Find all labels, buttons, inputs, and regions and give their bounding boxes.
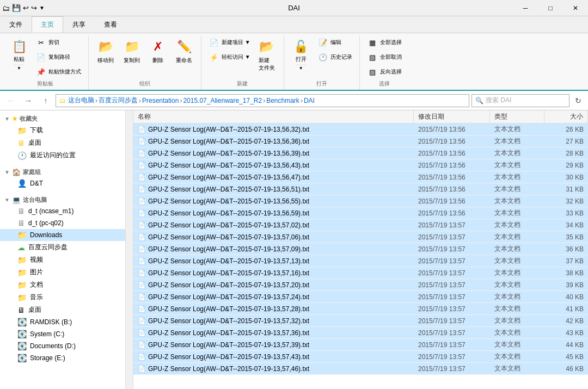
edit-button[interactable]: 📝 编辑 bbox=[315, 35, 355, 50]
rename-button[interactable]: ✏️ 重命名 bbox=[171, 35, 197, 67]
table-row[interactable]: 📄 GPU-Z Sensor Log(AW--D&T--2015-07-19-1… bbox=[133, 279, 588, 291]
search-placeholder: 搜索 DAI bbox=[486, 96, 511, 105]
paste-shortcut-button[interactable]: 📌 粘贴快捷方式 bbox=[33, 65, 84, 79]
col-header-date[interactable]: 修改日期 bbox=[414, 110, 490, 123]
search-box[interactable]: 🔍 搜索 DAI bbox=[471, 94, 569, 107]
save-icon[interactable]: 💾 bbox=[12, 4, 21, 12]
crumb-benchmark[interactable]: Benchmark bbox=[266, 97, 299, 104]
sidebar-item-downloads-computer[interactable]: 📁 Downloads bbox=[0, 229, 133, 241]
table-row[interactable]: 📄 GPU-Z Sensor Log(AW--D&T--2015-07-19-1… bbox=[133, 351, 588, 363]
copy-path-button[interactable]: 📄 复制路径 bbox=[33, 50, 84, 64]
new-item-icon: 📄 bbox=[209, 37, 219, 48]
table-row[interactable]: 📄 GPU-Z Sensor Log(AW--D&T--2015-07-19-1… bbox=[133, 255, 588, 267]
redo-icon[interactable]: ↪ bbox=[31, 4, 37, 12]
crumb-computer[interactable]: 这台电脑 bbox=[68, 96, 94, 105]
table-row[interactable]: 📄 GPU-Z Sensor Log(AW--D&T--2015-07-19-1… bbox=[133, 147, 588, 159]
table-row[interactable]: 📄 GPU-Z Sensor Log(AW--D&T--2015-07-19-1… bbox=[133, 219, 588, 231]
tab-home[interactable]: 主页 bbox=[32, 16, 63, 33]
txt-file-icon: 📄 bbox=[138, 197, 146, 205]
paste-dropdown[interactable]: ▼ bbox=[13, 65, 25, 72]
file-type: 文本文档 bbox=[490, 352, 544, 361]
sidebar-item-pcq02[interactable]: 🖥 d_t (pc-q02) bbox=[0, 217, 133, 229]
table-row[interactable]: 📄 GPU-Z Sensor Log(AW--D&T--2015-07-19-1… bbox=[133, 327, 588, 339]
table-row[interactable]: 📄 GPU-Z Sensor Log(AW--D&T--2015-07-19-1… bbox=[133, 363, 588, 375]
table-row[interactable]: 📄 GPU-Z Sensor Log(AW--D&T--2015-07-19-1… bbox=[133, 135, 588, 147]
file-name: GPU-Z Sensor Log(AW--D&T--2015-07-19-13,… bbox=[148, 197, 309, 205]
close-button[interactable]: ✕ bbox=[563, 0, 588, 16]
table-row[interactable]: 📄 GPU-Z Sensor Log(AW--D&T--2015-07-19-1… bbox=[133, 124, 588, 135]
sidebar-item-storage[interactable]: 💽 Storage (E:) bbox=[0, 352, 133, 364]
address-path[interactable]: 🗂 这台电脑 › 百度云同步盘 › Presentation › 2015.07… bbox=[56, 94, 469, 107]
new-item-button[interactable]: 📄 新建项目 ▼ bbox=[206, 35, 253, 50]
table-row[interactable]: 📄 GPU-Z Sensor Log(AW--D&T--2015-07-19-1… bbox=[133, 207, 588, 219]
sidebar-item-downloads[interactable]: 📁 下载 bbox=[0, 124, 133, 137]
file-date: 2015/7/19 13:56 bbox=[414, 126, 490, 133]
sidebar-item-documents-d[interactable]: 💽 Documents (D:) bbox=[0, 340, 133, 352]
col-header-size[interactable]: 大小 bbox=[544, 110, 588, 123]
select-all-button[interactable]: ▦ 全部选择 bbox=[364, 35, 405, 50]
new-folder-button[interactable]: 📂 新建文件夹 bbox=[254, 35, 279, 75]
easy-access-button[interactable]: ⚡ 轻松访问 ▼ bbox=[206, 50, 253, 64]
tab-file[interactable]: 文件 bbox=[0, 16, 32, 33]
sidebar-item-desktop2[interactable]: 🖥 桌面 bbox=[0, 304, 133, 316]
refresh-button[interactable]: ↻ bbox=[572, 94, 585, 107]
sidebar-item-baidu-drive[interactable]: ☁ 百度云同步盘 bbox=[0, 241, 133, 254]
table-row[interactable]: 📄 GPU-Z Sensor Log(AW--D&T--2015-07-19-1… bbox=[133, 339, 588, 351]
open-button[interactable]: 🔓 打开 ▼ bbox=[289, 35, 314, 72]
maximize-button[interactable]: □ bbox=[538, 0, 563, 16]
table-row[interactable]: 📄 GPU-Z Sensor Log(AW--D&T--2015-07-19-1… bbox=[133, 267, 588, 279]
crumb-date[interactable]: 2015.07_Alienware_17_R2 bbox=[183, 97, 262, 104]
file-date: 2015/7/19 13:57 bbox=[414, 245, 490, 253]
table-row[interactable]: 📄 GPU-Z Sensor Log(AW--D&T--2015-07-19-1… bbox=[133, 291, 588, 303]
sidebar-item-ncase[interactable]: 🖥 d_t (ncase_m1) bbox=[0, 205, 133, 217]
forward-button[interactable]: → bbox=[21, 94, 36, 108]
sidebar-item-dt[interactable]: 👤 D&T bbox=[0, 177, 133, 189]
table-row[interactable]: 📄 GPU-Z Sensor Log(AW--D&T--2015-07-19-1… bbox=[133, 159, 588, 171]
col-header-type[interactable]: 类型 bbox=[490, 110, 544, 123]
desktop-folder-icon: 🖥 bbox=[17, 139, 25, 147]
sidebar-item-pictures[interactable]: 📁 图片 bbox=[0, 266, 133, 279]
sidebar-item-system[interactable]: 💽 System (C:) bbox=[0, 328, 133, 340]
crumb-dai[interactable]: DAI bbox=[304, 97, 315, 104]
homegroup-header[interactable]: ▼ 🏠 家庭组 bbox=[0, 166, 133, 177]
table-row[interactable]: 📄 GPU-Z Sensor Log(AW--D&T--2015-07-19-1… bbox=[133, 171, 588, 183]
invert-selection-button[interactable]: ▨ 反向选择 bbox=[364, 65, 405, 79]
sidebar-item-ramdisk[interactable]: 💽 RAMDISK (B:) bbox=[0, 316, 133, 328]
up-button[interactable]: ↑ bbox=[38, 94, 53, 108]
table-row[interactable]: 📄 GPU-Z Sensor Log(AW--D&T--2015-07-19-1… bbox=[133, 303, 588, 315]
undo-icon[interactable]: ↩ bbox=[23, 4, 29, 12]
minimize-button[interactable]: ─ bbox=[513, 0, 538, 16]
open-dropdown[interactable]: ▼ bbox=[295, 65, 307, 72]
quick-access-toolbar: 🗂 💾 ↩ ↪ ▼ bbox=[2, 4, 45, 13]
move-to-button[interactable]: 📂 移动到 bbox=[93, 35, 118, 67]
favorites-header[interactable]: ▼ ★ 收藏夹 bbox=[0, 113, 133, 124]
table-row[interactable]: 📄 GPU-Z Sensor Log(AW--D&T--2015-07-19-1… bbox=[133, 243, 588, 255]
cut-button[interactable]: ✂ 剪切 bbox=[33, 35, 84, 50]
table-row[interactable]: 📄 GPU-Z Sensor Log(AW--D&T--2015-07-19-1… bbox=[133, 195, 588, 207]
back-button[interactable]: ← bbox=[3, 94, 19, 108]
paste-button[interactable]: 📋 粘贴 ▼ bbox=[7, 35, 32, 72]
col-header-name[interactable]: 名称 bbox=[133, 110, 414, 123]
sidebar-item-desktop[interactable]: 🖥 桌面 bbox=[0, 137, 133, 149]
tab-share[interactable]: 共享 bbox=[63, 16, 95, 33]
file-name: GPU-Z Sensor Log(AW--D&T--2015-07-19-13,… bbox=[148, 150, 309, 157]
sidebar-item-documents[interactable]: 📁 文档 bbox=[0, 279, 133, 291]
sidebar-item-music[interactable]: 📁 音乐 bbox=[0, 291, 133, 304]
table-row[interactable]: 📄 GPU-Z Sensor Log(AW--D&T--2015-07-19-1… bbox=[133, 231, 588, 243]
copy-to-button[interactable]: 📁 复制到 bbox=[119, 35, 144, 67]
table-row[interactable]: 📄 GPU-Z Sensor Log(AW--D&T--2015-07-19-1… bbox=[133, 183, 588, 195]
quick-access-dropdown[interactable]: ▼ bbox=[39, 5, 45, 11]
sidebar-item-video[interactable]: 📁 视频 bbox=[0, 254, 133, 266]
crumb-presentation[interactable]: Presentation bbox=[142, 97, 179, 104]
file-name: GPU-Z Sensor Log(AW--D&T--2015-07-19-13,… bbox=[148, 233, 309, 241]
tab-view[interactable]: 查看 bbox=[95, 16, 126, 33]
deselect-all-button[interactable]: ▧ 全部取消 bbox=[364, 50, 405, 64]
computer-header[interactable]: ▼ 💻 这台电脑 bbox=[0, 194, 133, 205]
sidebar-item-recent[interactable]: 🕐 最近访问的位置 bbox=[0, 149, 133, 162]
sidebar-scrollbar[interactable] bbox=[125, 110, 133, 389]
history-button[interactable]: 🕐 历史记录 bbox=[315, 50, 355, 64]
delete-button[interactable]: ✗ 删除 bbox=[145, 35, 170, 67]
table-row[interactable]: 📄 GPU-Z Sensor Log(AW--D&T--2015-07-19-1… bbox=[133, 315, 588, 327]
crumb-baidu[interactable]: 百度云同步盘 bbox=[99, 96, 138, 105]
file-type: 文本文档 bbox=[490, 149, 544, 158]
